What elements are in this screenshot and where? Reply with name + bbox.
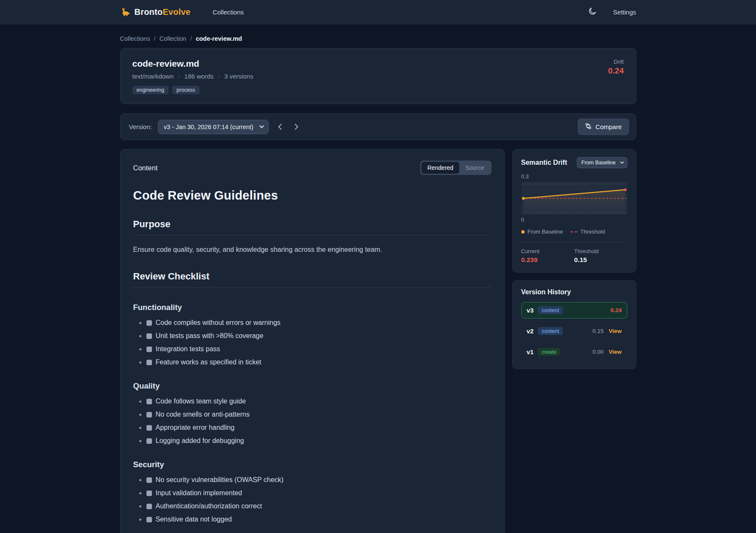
change-type-badge: create <box>538 348 560 356</box>
document-header-card: code-review.md text/markdown · 186 words… <box>120 48 636 104</box>
nav-collections-link[interactable]: Collections <box>213 8 244 16</box>
checkbox-unchecked-icon <box>146 412 152 417</box>
doc-h2-review-checklist: Review Checklist <box>133 271 492 288</box>
doc-h3-functionality: Functionality <box>133 303 492 312</box>
content-panel: Content Rendered Source Code Review Guid… <box>120 149 505 533</box>
next-version-button[interactable] <box>291 122 302 132</box>
checkbox-unchecked-icon <box>146 360 152 365</box>
drift-mode-select[interactable]: From Baseline <box>577 157 627 168</box>
doc-h2-purpose: Purpose <box>133 219 492 235</box>
breadcrumb-collections[interactable]: Collections <box>120 35 150 42</box>
checklist-item: Authentication/authorization correct <box>139 502 492 510</box>
version-row-v2[interactable]: v2 content 0.15 View <box>521 323 627 339</box>
checkbox-unchecked-icon <box>146 425 152 431</box>
word-count: 186 words <box>184 73 214 80</box>
checklist-item: Sensitive data not logged <box>139 516 492 523</box>
breadcrumb-separator: / <box>190 35 192 42</box>
checkbox-unchecked-icon <box>146 320 152 326</box>
change-type-badge: content <box>538 306 563 314</box>
checklist-item: Code follows team style guide <box>139 398 492 405</box>
version-row-v1[interactable]: v1 create 0.00 View <box>521 344 627 360</box>
checklist-functionality: Code compiles without errors or warnings… <box>133 319 492 366</box>
tab-rendered[interactable]: Rendered <box>422 162 460 174</box>
document-title: code-review.md <box>132 59 253 69</box>
checklist-item: No security vulnerabilities (OWASP check… <box>139 476 492 484</box>
drift-label: Drift <box>608 59 624 65</box>
row-drift-value: 0.15 <box>593 328 604 334</box>
checkbox-unchecked-icon <box>146 333 152 339</box>
checklist-security: No security vulnerabilities (OWASP check… <box>133 476 492 523</box>
doc-h3-quality: Quality <box>133 381 492 391</box>
breadcrumb-collection[interactable]: Collection <box>159 35 186 42</box>
brand-name: BrontoEvolve <box>135 7 191 17</box>
tag-list: engineering process <box>132 86 253 94</box>
content-panel-title: Content <box>133 164 158 172</box>
doc-h3-security: Security <box>133 460 492 469</box>
brand[interactable]: BrontoEvolve <box>120 7 191 17</box>
bullet-icon <box>139 348 141 350</box>
nav-settings-link[interactable]: Settings <box>613 8 636 16</box>
checklist-item: Code compiles without errors or warnings <box>139 319 492 327</box>
checkbox-unchecked-icon <box>146 477 152 483</box>
checklist-item: Appropriate error handling <box>139 424 492 431</box>
moon-icon <box>588 7 597 17</box>
version-select[interactable]: v3 - Jan 30, 2026 07:14 (current) <box>158 120 269 134</box>
checklist-item: Unit tests pass with >80% coverage <box>139 332 492 340</box>
drift-summary: Drift 0.24 <box>608 59 624 94</box>
row-drift-value: 0.00 <box>593 349 604 355</box>
version-history-panel: Version History v3 content 0.24 v2 conte… <box>512 280 636 369</box>
chart-legend: From Baseline Threshold <box>521 228 627 235</box>
divider <box>521 242 627 242</box>
doc-h1: Code Review Guidelines <box>133 189 492 203</box>
version-label: Version: <box>129 123 152 130</box>
document-meta: text/markdown · 186 words · 3 versions <box>132 73 253 80</box>
row-drift-value: 0.24 <box>610 307 621 313</box>
tag: engineering <box>132 86 169 94</box>
drift-chart <box>521 182 627 215</box>
bullet-icon <box>139 427 141 429</box>
git-compare-icon <box>585 123 592 131</box>
view-toggle: Rendered Source <box>420 161 492 175</box>
view-version-link[interactable]: View <box>609 349 622 355</box>
view-version-link[interactable]: View <box>609 328 622 334</box>
version-count: 3 versions <box>224 73 253 80</box>
bullet-icon <box>139 519 141 521</box>
checkbox-unchecked-icon <box>146 504 152 509</box>
dinosaur-logo-icon <box>120 7 130 17</box>
threshold-stat: Threshold 0.15 <box>574 248 627 264</box>
bullet-icon <box>139 361 141 364</box>
bullet-icon <box>139 479 141 481</box>
drift-chart-area: 0.3 <box>521 173 627 223</box>
bullet-icon <box>139 335 141 337</box>
previous-version-button[interactable] <box>275 122 285 132</box>
bullet-icon <box>139 505 141 508</box>
version-row-v3[interactable]: v3 content 0.24 <box>521 302 627 319</box>
current-drift-value: 0.239 <box>521 256 574 264</box>
change-type-badge: content <box>538 327 563 335</box>
rendered-markdown: Code Review Guidelines Purpose Ensure co… <box>133 189 492 533</box>
checkbox-unchecked-icon <box>146 399 152 404</box>
tag: process <box>172 86 200 94</box>
threshold-dash-icon <box>571 231 577 232</box>
drift-point-start <box>522 197 524 200</box>
version-history-title: Version History <box>521 288 571 296</box>
checklist-item: Input validation implemented <box>139 489 492 497</box>
semantic-drift-panel: Semantic Drift From Baseline 0.3 <box>512 149 636 273</box>
tab-source[interactable]: Source <box>459 162 490 174</box>
breadcrumb-separator: / <box>154 35 155 42</box>
bullet-icon <box>139 440 141 442</box>
bullet-icon <box>139 400 141 403</box>
breadcrumb-current: code-review.md <box>196 35 242 42</box>
theme-toggle-button[interactable] <box>586 5 599 19</box>
drift-point-end <box>624 189 626 191</box>
checklist-item: No code smells or anti-patterns <box>139 411 492 418</box>
compare-button[interactable]: Compare <box>578 118 629 135</box>
navbar: BrontoEvolve Collections Settings <box>0 0 756 24</box>
checkbox-unchecked-icon <box>146 347 152 352</box>
checkbox-unchecked-icon <box>146 517 152 522</box>
series-dot-icon <box>521 230 525 234</box>
threshold-value: 0.15 <box>574 256 627 264</box>
y-axis-max-label: 0.3 <box>521 173 627 180</box>
mime-type: text/markdown <box>132 73 174 80</box>
semantic-drift-title: Semantic Drift <box>521 159 567 166</box>
